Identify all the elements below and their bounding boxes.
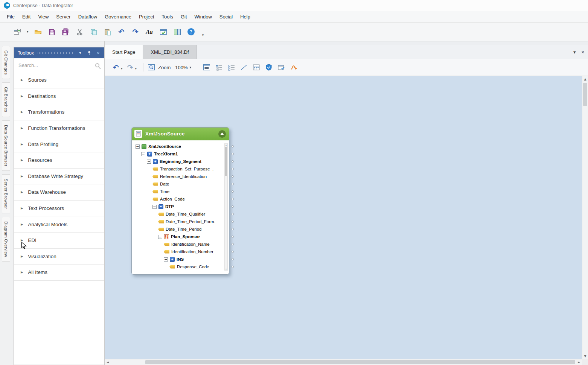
connector-port[interactable] (232, 266, 234, 268)
split-panes-icon[interactable] (173, 27, 182, 37)
tree-item[interactable]: −Plan_Sponsor (132, 233, 229, 240)
collapse-node-icon[interactable] (218, 130, 226, 138)
menu-edit[interactable]: Edit (18, 12, 34, 21)
connector-port[interactable] (232, 168, 234, 170)
tree-item[interactable]: Action_Code (132, 195, 229, 203)
collapse-toggle[interactable]: − (141, 152, 145, 156)
menu-social[interactable]: Social (216, 12, 236, 21)
tab-start-page[interactable]: Start Page (105, 45, 143, 59)
toolbox-item-data-profiling[interactable]: ▶Data Profiling (14, 136, 104, 152)
menu-tools[interactable]: Tools (158, 12, 177, 21)
pin-icon[interactable] (86, 50, 92, 56)
menu-view[interactable]: View (34, 12, 52, 21)
preview-grid-icon[interactable] (202, 62, 211, 73)
sidetab-git-changes[interactable]: Git Changes (2, 46, 10, 79)
menu-dataflow[interactable]: Dataflow (75, 12, 101, 21)
cut-icon[interactable] (75, 27, 84, 37)
new-document-icon[interactable] (13, 27, 22, 37)
zoom-tool-icon[interactable] (147, 62, 156, 73)
connector-port[interactable] (232, 251, 234, 253)
scroll-down-icon[interactable]: ▼ (582, 353, 588, 359)
help-icon[interactable]: ? (187, 27, 196, 37)
menu-file[interactable]: File (3, 12, 18, 21)
collapse-toggle[interactable]: − (164, 257, 168, 262)
node-tree-scrollbar[interactable]: ▴ ▾ (224, 143, 228, 271)
save-all-icon[interactable] (61, 27, 70, 37)
link-style-icon[interactable] (239, 62, 248, 73)
toolbox-item-resources[interactable]: ▶Resources (14, 152, 104, 169)
toolbox-item-function-transformations[interactable]: ▶Function Transformations (14, 120, 104, 137)
scroll-up-icon[interactable]: ▲ (582, 76, 588, 82)
auto-layout-icon[interactable] (289, 62, 298, 73)
tree-item[interactable]: Date_Time_Period_Form. (132, 218, 229, 225)
dataflow-canvas[interactable]: XmlJsonSource −XmlJsonSource −TreeXform1… (105, 76, 582, 359)
toolbox-item-analytical-models[interactable]: ▶Analytical Models (14, 216, 104, 233)
close-document-icon[interactable]: × (581, 49, 584, 55)
schedule-job-icon[interactable] (277, 62, 286, 73)
df-redo-dropdown-icon[interactable]: ▾ (135, 67, 137, 70)
collapse-toggle[interactable]: − (147, 160, 151, 164)
toolbox-item-sources[interactable]: ▶Sources (14, 72, 104, 88)
connector-port[interactable] (232, 175, 234, 178)
tree-item[interactable]: Transaction_Set_Purpose_. (132, 165, 229, 173)
undo-icon[interactable]: ↶ (117, 27, 126, 37)
tree-item[interactable]: Response_Code (132, 263, 229, 271)
scrollbar-thumb[interactable] (583, 83, 587, 106)
save-icon[interactable] (47, 27, 56, 37)
tree-item[interactable]: Date_Time_Qualifier (132, 210, 229, 218)
toolbox-item-visualization[interactable]: ▶Visualization (14, 249, 104, 265)
toolbox-item-destinations[interactable]: ▶Destinations (14, 88, 104, 105)
connector-port[interactable] (232, 243, 234, 245)
tree-item[interactable]: Reference_Identification (132, 173, 229, 180)
toolbox-item-database-write-strategy[interactable]: ▶Database Write Strategy (14, 169, 104, 185)
menu-window[interactable]: Window (191, 12, 216, 21)
menu-help[interactable]: Help (236, 12, 254, 21)
scroll-down-icon[interactable]: ▾ (225, 268, 227, 270)
tree-item[interactable]: Date_Time_Period (132, 225, 229, 233)
scrollbar-thumb[interactable] (225, 147, 227, 176)
font-icon[interactable]: Aa (145, 27, 154, 37)
field-layout-icon[interactable] (252, 62, 261, 73)
tree-item[interactable]: Identification_Number (132, 248, 229, 256)
verify-dataflow-icon[interactable] (264, 62, 273, 73)
close-toolbox-icon[interactable]: × (95, 50, 101, 56)
open-icon[interactable] (34, 27, 43, 37)
tree-item[interactable]: −XmlJsonSource (132, 143, 229, 150)
sidetab-git-branches[interactable]: Git Branches (2, 82, 10, 117)
tree-item[interactable]: −INS (132, 256, 229, 263)
menu-git[interactable]: Git (177, 12, 191, 21)
connector-port[interactable] (232, 183, 234, 185)
connector-port[interactable] (232, 228, 234, 230)
sidetab-diagram-overview[interactable]: Diagram Overview (2, 217, 10, 262)
verify-window-icon[interactable] (159, 27, 168, 37)
canvas-horizontal-scrollbar[interactable]: ◄ ► (105, 359, 582, 365)
tree-item[interactable]: −Beginning_Segment (132, 158, 229, 165)
menu-server[interactable]: Server (52, 12, 74, 21)
collapse-toggle[interactable]: − (152, 205, 157, 209)
scrollbar-thumb[interactable] (145, 360, 575, 364)
tree-item[interactable]: Identification_Name (132, 240, 229, 248)
search-input[interactable] (18, 62, 95, 68)
collapse-toggle[interactable]: − (136, 144, 140, 149)
df-redo-icon[interactable]: ↷ (126, 62, 135, 73)
menu-project[interactable]: Project (135, 12, 158, 21)
scroll-up-icon[interactable]: ▴ (225, 144, 227, 146)
toolbox-item-data-warehouse[interactable]: ▶Data Warehouse (14, 184, 104, 201)
toolbox-grip[interactable] (38, 52, 73, 54)
connector-port[interactable] (232, 205, 234, 208)
connector-port[interactable] (232, 221, 234, 223)
toolbar-overflow-icon[interactable]: ▾ (201, 33, 205, 37)
zoom-select[interactable]: 100%▾ (173, 64, 193, 71)
paste-icon[interactable] (103, 27, 112, 37)
tab-xml-edi-834[interactable]: XML_EDI_834.Df (143, 45, 197, 59)
df-undo-icon[interactable]: ↶ (111, 62, 120, 73)
xmljsonsource-node[interactable]: XmlJsonSource −XmlJsonSource −TreeXform1… (131, 127, 229, 275)
toolbox-item-edi[interactable]: ▶EDI (14, 233, 104, 249)
collapse-toggle[interactable]: − (158, 235, 162, 239)
connector-port[interactable] (232, 160, 234, 163)
connector-port[interactable] (232, 145, 234, 148)
node-header[interactable]: XmlJsonSource (132, 128, 229, 140)
sidetab-server-browser[interactable]: Server Browser (2, 174, 10, 213)
menu-governance[interactable]: Governance (101, 12, 135, 21)
connector-port[interactable] (232, 153, 234, 155)
